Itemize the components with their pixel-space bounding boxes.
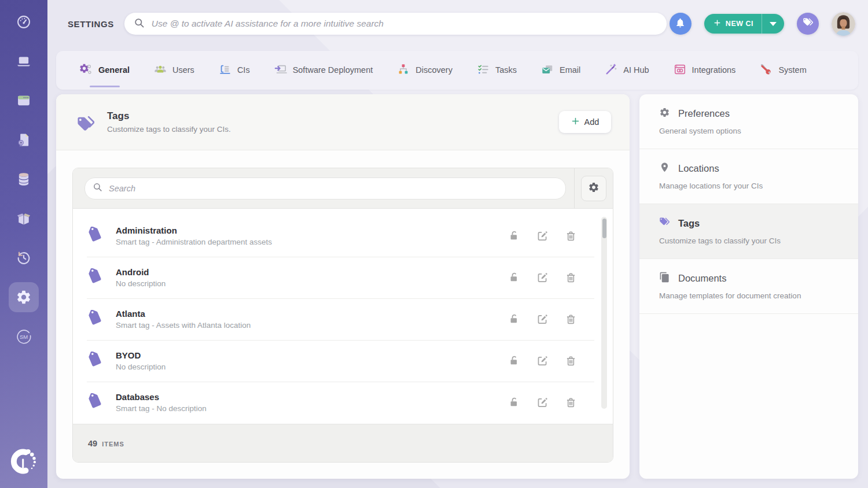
tab-integrations[interactable]: Integrations [661, 51, 748, 90]
menu-item-tags[interactable]: Tags Customize tags to classify your CIs [639, 204, 858, 259]
tag-name: Atlanta [116, 309, 251, 319]
app-window: SM SETTINGS [0, 0, 868, 488]
sidebar-item-dashboard[interactable] [9, 7, 39, 37]
documents-icon [659, 272, 670, 285]
global-search-input[interactable] [150, 18, 657, 29]
delete-button[interactable] [565, 355, 577, 367]
page-title: SETTINGS [68, 19, 114, 29]
global-search-bar[interactable] [124, 13, 667, 35]
tab-email[interactable]: Email [529, 51, 593, 90]
lock-button[interactable] [508, 355, 520, 367]
magic-wand-icon [605, 63, 617, 77]
lock-button[interactable] [508, 230, 520, 242]
edit-button[interactable] [536, 355, 549, 367]
sidebar-item-service-mode[interactable]: SM [9, 321, 39, 352]
tag-description: No description [116, 363, 165, 371]
panel-title: Tags [107, 110, 231, 122]
tab-cis[interactable]: CIs [207, 51, 262, 90]
tab-users[interactable]: Users [142, 51, 207, 90]
users-icon [154, 63, 167, 77]
tab-ai-hub[interactable]: AI Hub [593, 51, 661, 90]
sidebar-item-history[interactable] [9, 243, 39, 273]
tab-discovery[interactable]: Discovery [385, 51, 465, 90]
list-toolbar [73, 168, 613, 209]
edit-button[interactable] [536, 313, 549, 326]
gear-icon [588, 182, 599, 195]
tag-name: BYOD [116, 350, 165, 360]
email-envelope-icon [541, 63, 554, 77]
scrollbar-thumb[interactable] [602, 219, 606, 238]
tab-general[interactable]: General [68, 51, 142, 90]
menu-item-documents[interactable]: Documents Manage templates for document … [639, 259, 858, 314]
tag-icon [87, 393, 103, 412]
tab-label: Integrations [692, 66, 736, 75]
plus-icon [713, 19, 721, 28]
lock-button[interactable] [508, 397, 520, 409]
tag-description: Smart tag - Assets with Atlanta location [116, 321, 251, 330]
sidebar-item-database[interactable] [9, 164, 39, 194]
add-button-label: Add [584, 117, 599, 127]
items-count: 49 [88, 439, 97, 448]
tag-description: Smart tag - Administration department as… [116, 238, 272, 246]
user-avatar[interactable] [832, 12, 855, 36]
sidebar-item-settings[interactable] [9, 282, 39, 312]
new-ci-split-button: NEW CI [704, 14, 784, 34]
tab-label: Discovery [415, 66, 453, 75]
tag-name: Databases [116, 392, 207, 402]
tab-label: Email [560, 66, 580, 75]
app-window-icon [16, 93, 32, 109]
lock-button[interactable] [508, 272, 520, 284]
tag-search-bar[interactable] [84, 178, 566, 199]
edit-button[interactable] [536, 230, 549, 242]
sidebar-item-certificates[interactable] [9, 125, 39, 155]
tag-search-input[interactable] [108, 183, 558, 194]
delete-button[interactable] [565, 272, 577, 284]
general-settings-menu: Preferences General system options Locat… [639, 94, 858, 479]
sidebar-item-software[interactable] [9, 204, 39, 234]
svg-text:SM: SM [20, 334, 28, 340]
tag-row[interactable]: BYOD No description [73, 340, 613, 382]
tab-software-deployment[interactable]: Software Deployment [262, 51, 385, 90]
sidebar-item-devices[interactable] [9, 46, 39, 76]
add-tag-button[interactable]: Add [559, 111, 611, 133]
tag-icon [87, 268, 103, 287]
certificate-document-icon [16, 132, 32, 148]
left-nav-sidebar: SM [0, 0, 47, 488]
tab-system[interactable]: System [748, 51, 818, 90]
lock-button[interactable] [508, 313, 520, 326]
top-bar: SETTINGS [47, 0, 868, 47]
tab-tasks[interactable]: Tasks [465, 51, 529, 90]
sidebar-item-applications[interactable] [9, 86, 39, 116]
tag-row[interactable]: Atlanta Smart tag - Assets with Atlanta … [73, 298, 613, 340]
edit-button[interactable] [536, 272, 549, 284]
menu-item-title: Locations [678, 163, 719, 174]
laptop-icon [16, 53, 32, 69]
list-scrollbar[interactable] [601, 217, 607, 409]
tab-label: Users [172, 66, 194, 75]
delete-button[interactable] [565, 313, 577, 326]
delete-button[interactable] [565, 230, 577, 242]
system-tools-icon [760, 63, 773, 77]
panel-subtitle: Customize tags to classify your CIs. [107, 125, 231, 134]
new-ci-dropdown-button[interactable] [762, 14, 784, 34]
tag-row[interactable]: Administration Smart tag - Administratio… [73, 215, 613, 257]
tag-row[interactable]: Android No description [73, 257, 613, 298]
brand-logo[interactable] [8, 445, 40, 480]
gears-icon [80, 63, 93, 77]
tags-panel: Tags Customize tags to classify your CIs… [56, 94, 630, 479]
notifications-button[interactable] [670, 13, 692, 35]
database-icon [16, 171, 32, 187]
new-ci-button[interactable]: NEW CI [704, 14, 762, 34]
menu-item-locations[interactable]: Locations Manage locations for your CIs [639, 149, 858, 204]
tag-row[interactable]: Databases Smart tag - No description [73, 382, 613, 423]
delete-button[interactable] [565, 397, 577, 409]
menu-item-description: General system options [659, 127, 842, 135]
search-icon [134, 17, 145, 31]
items-count-label: ITEMS [102, 441, 124, 448]
menu-item-title: Preferences [678, 108, 730, 119]
tags-panel-header: Tags Customize tags to classify your CIs… [56, 94, 630, 150]
list-settings-button[interactable] [581, 176, 606, 201]
edit-button[interactable] [536, 397, 549, 409]
tags-quick-button[interactable] [797, 13, 819, 35]
menu-item-preferences[interactable]: Preferences General system options [639, 94, 858, 149]
